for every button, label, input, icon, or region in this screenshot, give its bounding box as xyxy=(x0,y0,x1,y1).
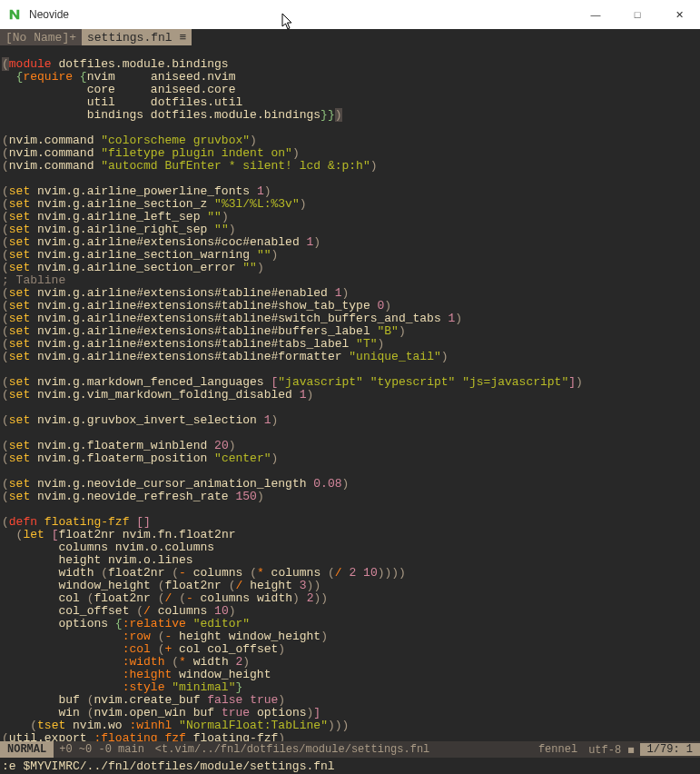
app-icon xyxy=(7,7,22,22)
statusline: NORMAL +0 ~0 -0 main <t.vim/../fnl/dotfi… xyxy=(0,741,700,758)
command-line[interactable]: :e $MYVIMRC/../fnl/dotfiles/module/setti… xyxy=(0,758,700,774)
status-filetype: fennel xyxy=(533,743,583,756)
tab-settings-fnl[interactable]: settings.fnl ≡ xyxy=(82,29,192,45)
close-button[interactable]: ✕ xyxy=(658,0,700,29)
tab-noname[interactable]: [No Name]+ xyxy=(0,29,82,45)
status-mode: NORMAL xyxy=(0,741,54,758)
window-title: Neovide xyxy=(29,8,575,21)
maximize-button[interactable]: □ xyxy=(616,0,658,29)
minimize-button[interactable]: — xyxy=(575,0,616,29)
editor-content[interactable]: (module dotfiles.module.bindings {requir… xyxy=(0,45,700,745)
status-filename: <t.vim/../fnl/dotfiles/module/settings.f… xyxy=(150,743,533,756)
tabline: [No Name]+ settings.fnl ≡ xyxy=(0,29,700,45)
window-titlebar: Neovide — □ ✕ xyxy=(0,0,700,29)
status-encoding: utf-8 ◼ xyxy=(583,743,639,757)
status-position: 1/79: 1 xyxy=(640,743,700,756)
status-git: +0 ~0 -0 main xyxy=(54,743,150,756)
